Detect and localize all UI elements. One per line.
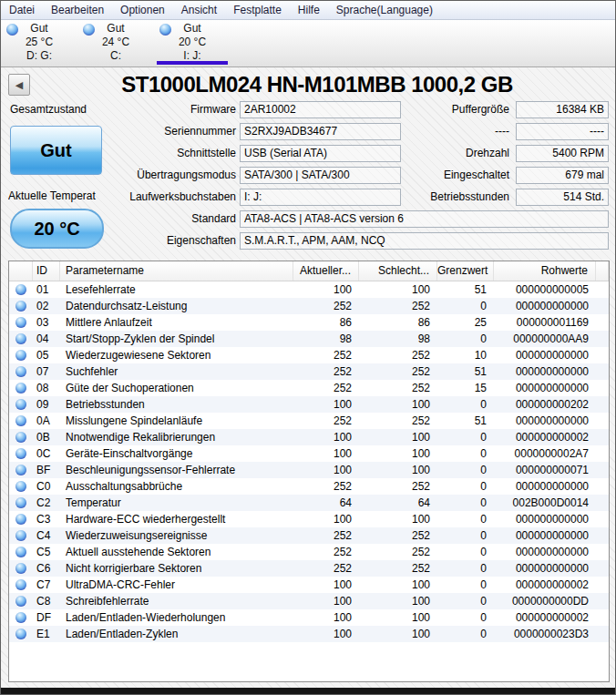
table-row[interactable]: C0Ausschaltungsabbrüche25225200000000000… [9, 478, 609, 495]
table-row[interactable]: DFLaden/Entladen-Wiederholungen100100000… [9, 609, 609, 626]
cell-raw: 000000000000 [494, 511, 596, 527]
table-row[interactable]: C7UltraDMA-CRC-Fehler1001000000000000002 [9, 577, 609, 593]
table-row[interactable]: C5Aktuell ausstehende Sektoren2522520000… [9, 544, 609, 560]
transfer-mode-label: Übertragungsmodus [110, 167, 236, 184]
header-parametername[interactable]: Parametername [60, 261, 293, 281]
cell-thresh: 0 [437, 462, 494, 478]
table-row[interactable]: 0CGeräte-Einschaltvorgänge10010000000000… [9, 445, 609, 462]
features-field[interactable]: S.M.A.R.T., APM, AAM, NCQ [240, 232, 609, 250]
table-row[interactable]: C8Schreibfehlerrate10010000000000000DD [9, 593, 609, 609]
cell-raw: 000000000000 [494, 527, 596, 544]
cell-name: Datendurchsatz-Leistung [60, 298, 293, 314]
cell-spacer [596, 413, 609, 429]
health-status-button[interactable]: Gut [10, 126, 102, 175]
cell-raw: 000000000002 [494, 609, 596, 626]
cell-thresh: 0 [437, 478, 494, 495]
drive-strip: Gut 25 °C D: G: Gut 24 °C C: Gut 20 °C I… [1, 20, 615, 67]
cell-worst: 98 [359, 331, 437, 347]
cell-name: Lesefehlerrate [60, 281, 293, 298]
menu-datei[interactable]: Datei [1, 1, 43, 19]
power-on-count-field[interactable]: 679 mal [516, 167, 609, 184]
menu-festplatte[interactable]: Festplatte [225, 1, 290, 19]
table-row[interactable]: 02Datendurchsatz-Leistung252252000000000… [9, 298, 609, 314]
menu-hilfe[interactable]: Hilfe [290, 1, 328, 19]
drive-status-orb-icon [159, 24, 171, 36]
cell-spacer [596, 314, 609, 331]
header-rawvalues[interactable]: Rohwerte [494, 261, 596, 281]
menu-optionen[interactable]: Optionen [112, 1, 173, 19]
cell-cur: 252 [293, 363, 359, 380]
cell-raw: 000000000000 [494, 560, 596, 577]
buffer-size-field[interactable]: 16384 KB [516, 101, 609, 118]
table-row[interactable]: C6Nicht korrigierbare Sektoren2522520000… [9, 560, 609, 577]
interface-field[interactable]: USB (Serial ATA) [240, 145, 401, 162]
table-row[interactable]: 04Start/Stopp-Zyklen der Spindel98980000… [9, 331, 609, 347]
cell-cur: 100 [293, 593, 359, 609]
cell-cur: 100 [293, 626, 359, 642]
cell-name: Ausschaltungsabbrüche [60, 478, 293, 495]
cell-spacer [596, 363, 609, 380]
table-row[interactable]: 09Betriebsstunden1001000000000000202 [9, 396, 609, 413]
window-bottom-edge [1, 688, 615, 694]
power-on-hours-label: Betriebsstunden [402, 189, 509, 206]
table-row[interactable]: 0AMisslungene Spindelanläufe252252510000… [9, 413, 609, 429]
drive-tab-ij[interactable]: Gut 20 °C I: J: [154, 20, 231, 66]
menu-ansicht[interactable]: Ansicht [173, 1, 225, 19]
menu-bearbeiten[interactable]: Bearbeiten [43, 1, 112, 19]
table-row[interactable]: 08Güte der Suchoperationen25225215000000… [9, 380, 609, 396]
rotation-rate-field[interactable]: 5400 RPM [516, 145, 609, 162]
cell-thresh: 0 [437, 626, 494, 642]
status-orb-icon [9, 577, 33, 593]
cell-cur: 100 [293, 429, 359, 445]
table-row[interactable]: C4Wiederzuweisungsereignisse252252000000… [9, 527, 609, 544]
cell-worst: 100 [359, 396, 437, 413]
cell-cur: 98 [293, 331, 359, 347]
status-orb-icon [9, 511, 33, 527]
cell-cur: 100 [293, 609, 359, 626]
table-row[interactable]: E1Laden/Entladen-Zyklen10010000000000023… [9, 626, 609, 642]
table-row[interactable]: 01Lesefehlerrate10010051000000000005 [9, 281, 609, 298]
header-current[interactable]: Aktueller... [293, 261, 359, 281]
table-row[interactable]: 03Mittlere Anlaufzeit868625000000001169 [9, 314, 609, 331]
header-status[interactable] [9, 261, 33, 281]
dash-field[interactable]: ---- [516, 123, 609, 140]
table-row[interactable]: 0BNnotwendige Rekalibrierungen1001000000… [9, 429, 609, 445]
cell-id: 08 [33, 380, 60, 396]
transfer-mode-field[interactable]: SATA/300 | SATA/300 [240, 167, 401, 184]
cell-raw: 000000000000 [494, 347, 596, 363]
back-button[interactable]: ◀ [8, 74, 30, 96]
status-orb-icon [9, 281, 33, 298]
cell-cur: 100 [293, 445, 359, 462]
firmware-field[interactable]: 2AR10002 [240, 101, 401, 118]
table-row[interactable]: 05Wiederzugewiesene Sektoren252252100000… [9, 347, 609, 363]
cell-id: 04 [33, 331, 60, 347]
header-threshold[interactable]: Grenzwert [437, 261, 494, 281]
cell-id: DF [33, 609, 60, 626]
serial-field[interactable]: S2RXJ9ADB34677 [240, 123, 401, 140]
table-row[interactable]: BFBeschleunigungssensor-Fehlerrate100100… [9, 462, 609, 478]
table-row[interactable]: C3Hardware-ECC wiederhergestellt10010000… [9, 511, 609, 527]
cell-id: C4 [33, 527, 60, 544]
cell-id: 0C [33, 445, 60, 462]
status-orb-icon [9, 626, 33, 642]
cell-cur: 252 [293, 298, 359, 314]
status-orb-icon [9, 380, 33, 396]
cell-id: 0A [33, 413, 60, 429]
cell-cur: 252 [293, 527, 359, 544]
table-row[interactable]: C2Temperatur64640002B000D0014 [9, 495, 609, 511]
cell-name: Betriebsstunden [60, 396, 293, 413]
header-worst[interactable]: Schlecht... [359, 261, 437, 281]
drive-tab-dg[interactable]: Gut 25 °C D: G: [1, 20, 77, 66]
cell-name: Mittlere Anlaufzeit [60, 314, 293, 331]
cell-name: Geräte-Einschaltvorgänge [60, 445, 293, 462]
table-row[interactable]: 07Suchfehler25225251000000000000 [9, 363, 609, 380]
header-id[interactable]: ID [33, 261, 60, 281]
cell-worst: 252 [359, 347, 437, 363]
standard-field[interactable]: ATA8-ACS | ATA8-ACS version 6 [240, 210, 609, 228]
power-on-hours-field[interactable]: 514 Std. [516, 189, 609, 206]
temperature-button[interactable]: 20 °C [10, 209, 104, 249]
menu-sprache[interactable]: Sprache(Language) [328, 1, 441, 19]
drive-tab-c[interactable]: Gut 24 °C C: [77, 20, 154, 66]
status-orb-icon [9, 314, 33, 331]
drive-letters-field[interactable]: I: J: [240, 189, 401, 206]
